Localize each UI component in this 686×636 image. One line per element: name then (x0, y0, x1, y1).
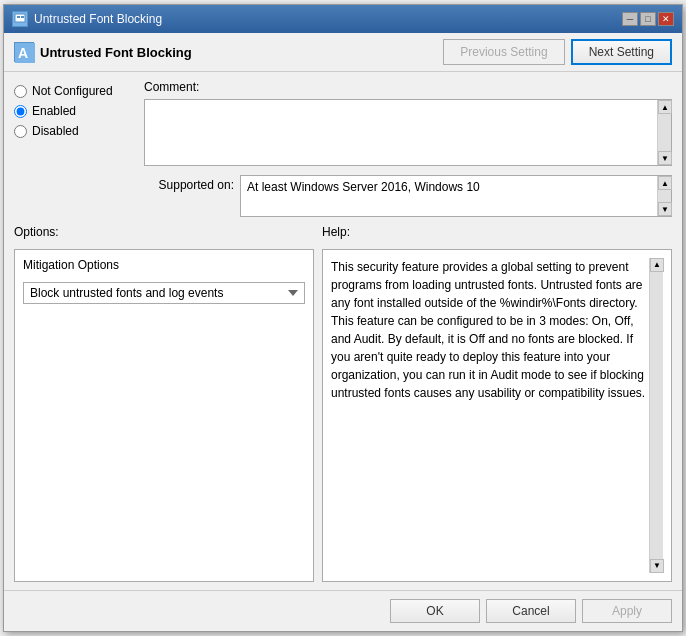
supported-label: Supported on: (144, 175, 234, 192)
help-scroll-thumb (650, 272, 663, 559)
scroll-up-arrow[interactable]: ▲ (658, 100, 672, 114)
scroll-thumb (658, 114, 671, 151)
svg-rect-1 (17, 16, 20, 18)
title-bar: Untrusted Font Blocking ─ □ ✕ (4, 5, 682, 33)
options-help-section: Mitigation Options Block untrusted fonts… (14, 249, 672, 582)
help-scroll-up[interactable]: ▲ (650, 258, 664, 272)
maximize-button[interactable]: □ (640, 12, 656, 26)
radio-enabled-label: Enabled (32, 104, 76, 118)
window-title: Untrusted Font Blocking (34, 12, 162, 26)
help-label: Help: (322, 225, 672, 239)
svg-text:A: A (18, 45, 28, 61)
radio-disabled-input[interactable] (14, 125, 27, 138)
title-controls: ─ □ ✕ (622, 12, 674, 26)
mitigation-dropdown[interactable]: Block untrusted fonts and log events Blo… (23, 282, 305, 304)
radio-disabled[interactable]: Disabled (14, 124, 144, 138)
cancel-button[interactable]: Cancel (486, 599, 576, 623)
options-label: Options: (14, 225, 314, 239)
header-title-text: Untrusted Font Blocking (40, 45, 192, 60)
close-button[interactable]: ✕ (658, 12, 674, 26)
scroll-down-arrow[interactable]: ▼ (658, 151, 672, 165)
help-text: This security feature provides a global … (331, 258, 649, 573)
supported-row: Supported on: At least Windows Server 20… (144, 175, 672, 217)
apply-button[interactable]: Apply (582, 599, 672, 623)
help-panel: This security feature provides a global … (322, 249, 672, 582)
help-box: This security feature provides a global … (322, 249, 672, 582)
minimize-button[interactable]: ─ (622, 12, 638, 26)
supported-scroll-down[interactable]: ▼ (658, 202, 672, 216)
radio-not-configured-label: Not Configured (32, 84, 113, 98)
supported-scroll-up[interactable]: ▲ (658, 176, 672, 190)
radio-column: Not Configured Enabled Disabled (14, 80, 144, 217)
comment-scrollbar: ▲ ▼ (657, 100, 671, 165)
radio-not-configured-input[interactable] (14, 85, 27, 98)
supported-box-container: At least Windows Server 2016, Windows 10… (240, 175, 672, 217)
header-icon: A (14, 42, 34, 62)
previous-setting-button[interactable]: Previous Setting (443, 39, 564, 65)
supported-scrollbar: ▲ ▼ (657, 176, 671, 216)
radio-enabled[interactable]: Enabled (14, 104, 144, 118)
header-buttons: Previous Setting Next Setting (443, 39, 672, 65)
comment-textarea[interactable] (145, 100, 657, 165)
window-icon (12, 11, 28, 27)
help-scroll-down[interactable]: ▼ (650, 559, 664, 573)
svg-rect-2 (21, 16, 24, 18)
comment-column: Comment: ▲ ▼ Supported on: At least Wind… (144, 80, 672, 217)
comment-label: Comment: (144, 80, 672, 94)
radio-not-configured[interactable]: Not Configured (14, 84, 144, 98)
help-scrollbar: ▲ ▼ (649, 258, 663, 573)
content-area: Not Configured Enabled Disabled Comment:… (4, 72, 682, 590)
main-window: Untrusted Font Blocking ─ □ ✕ A Untruste… (3, 4, 683, 632)
top-section: Not Configured Enabled Disabled Comment:… (14, 80, 672, 217)
next-setting-button[interactable]: Next Setting (571, 39, 672, 65)
options-help-labels: Options: Help: (14, 225, 672, 239)
title-bar-left: Untrusted Font Blocking (12, 11, 162, 27)
options-panel: Mitigation Options Block untrusted fonts… (14, 249, 314, 582)
mitigation-options-title: Mitigation Options (23, 258, 305, 272)
supported-scroll-thumb (658, 190, 671, 202)
radio-disabled-label: Disabled (32, 124, 79, 138)
ok-button[interactable]: OK (390, 599, 480, 623)
header-title: A Untrusted Font Blocking (14, 42, 192, 62)
bottom-bar: OK Cancel Apply (4, 590, 682, 631)
header-bar: A Untrusted Font Blocking Previous Setti… (4, 33, 682, 72)
comment-box-container: ▲ ▼ (144, 99, 672, 166)
supported-value: At least Windows Server 2016, Windows 10 (241, 176, 657, 216)
radio-enabled-input[interactable] (14, 105, 27, 118)
options-box: Mitigation Options Block untrusted fonts… (14, 249, 314, 582)
